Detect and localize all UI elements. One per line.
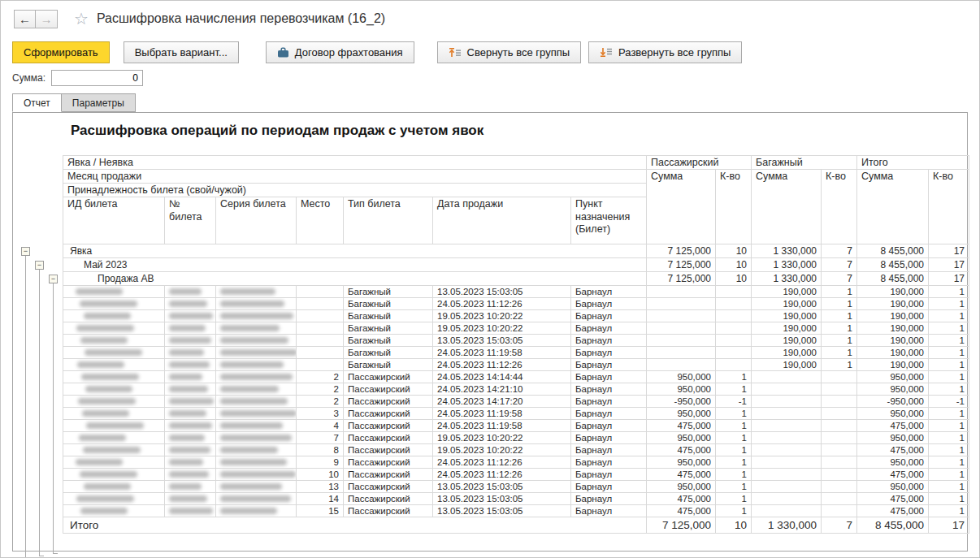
- destination-cell[interactable]: Барнаул: [571, 493, 647, 505]
- cell[interactable]: 1: [929, 371, 969, 383]
- cell[interactable]: 10: [716, 272, 752, 286]
- cell[interactable]: [822, 371, 857, 383]
- ticket-series-cell-redacted[interactable]: [216, 298, 297, 310]
- destination-cell[interactable]: Барнаул: [571, 383, 647, 396]
- cell[interactable]: 7 125,000: [647, 258, 716, 272]
- header-measure-1-0[interactable]: Сумма: [752, 170, 822, 244]
- ticket-type-cell[interactable]: Пассажирский: [344, 396, 433, 408]
- cell[interactable]: 1: [716, 383, 752, 396]
- cell[interactable]: 1: [929, 469, 969, 481]
- cell[interactable]: 475,000: [647, 505, 716, 517]
- ticket-number-cell-redacted[interactable]: [165, 444, 216, 456]
- destination-cell[interactable]: Барнаул: [571, 335, 647, 347]
- sale-date-cell[interactable]: 24.05.2023 14:21:10: [433, 383, 571, 396]
- cell[interactable]: 950,000: [647, 408, 716, 420]
- cell[interactable]: 1: [822, 347, 857, 359]
- cell[interactable]: 190,000: [857, 347, 929, 359]
- ticket-series-cell-redacted[interactable]: [216, 359, 297, 371]
- header-measure-1-1[interactable]: К-во: [822, 170, 857, 244]
- ticket-series-cell-redacted[interactable]: [216, 335, 297, 347]
- column-header-0[interactable]: ИД билета: [63, 197, 165, 244]
- header-measure-group-1[interactable]: Багажный: [752, 156, 857, 170]
- cell[interactable]: [716, 359, 752, 371]
- cell[interactable]: 1: [929, 298, 969, 310]
- cell[interactable]: [647, 286, 716, 298]
- cell[interactable]: 190,000: [857, 298, 929, 310]
- cell[interactable]: [752, 469, 822, 481]
- ticket-series-cell-redacted[interactable]: [216, 444, 297, 456]
- cell[interactable]: 950,000: [857, 481, 929, 493]
- cell[interactable]: 8 455,000: [857, 244, 929, 258]
- sale-date-cell[interactable]: 24.05.2023 14:17:20: [433, 396, 571, 408]
- ticket-type-cell[interactable]: Пассажирский: [344, 493, 433, 505]
- cell[interactable]: [752, 420, 822, 432]
- seat-cell[interactable]: [297, 322, 344, 335]
- cell[interactable]: [752, 481, 822, 493]
- cell[interactable]: [822, 432, 857, 444]
- cell[interactable]: 190,000: [752, 322, 822, 335]
- ticket-series-cell-redacted[interactable]: [216, 286, 297, 298]
- ticket-id-cell-redacted[interactable]: [63, 322, 165, 335]
- header-measure-2-1[interactable]: К-во: [929, 170, 969, 244]
- ticket-type-cell[interactable]: Багажный: [344, 347, 433, 359]
- detail-row[interactable]: Багажный24.05.2023 11:19:58Барнаул190,00…: [63, 347, 969, 359]
- cell[interactable]: [752, 408, 822, 420]
- cell[interactable]: 10: [716, 258, 752, 272]
- cell[interactable]: 1: [929, 456, 969, 469]
- detail-row[interactable]: Багажный19.05.2023 10:20:22Барнаул190,00…: [63, 322, 969, 335]
- cell[interactable]: 190,000: [752, 347, 822, 359]
- ticket-series-cell-redacted[interactable]: [216, 371, 297, 383]
- total-label[interactable]: Итого: [63, 517, 647, 534]
- cell[interactable]: 190,000: [752, 286, 822, 298]
- detail-row[interactable]: 14Пассажирский13.05.2023 15:03:05Барнаул…: [63, 493, 969, 505]
- seat-cell[interactable]: 4: [297, 420, 344, 432]
- detail-row[interactable]: 2Пассажирский24.05.2023 14:21:10Барнаул9…: [63, 383, 969, 396]
- cell[interactable]: [752, 432, 822, 444]
- destination-cell[interactable]: Барнаул: [571, 371, 647, 383]
- cell[interactable]: 475,000: [647, 469, 716, 481]
- seat-cell[interactable]: 9: [297, 456, 344, 469]
- ticket-id-cell-redacted[interactable]: [63, 432, 165, 444]
- ticket-type-cell[interactable]: Пассажирский: [344, 432, 433, 444]
- cell[interactable]: [822, 383, 857, 396]
- sale-date-cell[interactable]: 13.05.2023 15:03:05: [433, 481, 571, 493]
- cell[interactable]: 475,000: [857, 505, 929, 517]
- cell[interactable]: 1: [716, 420, 752, 432]
- ticket-id-cell-redacted[interactable]: [63, 444, 165, 456]
- cell[interactable]: [647, 347, 716, 359]
- cell[interactable]: [752, 383, 822, 396]
- tab-parameters[interactable]: Параметры: [62, 93, 136, 112]
- header-ticket-ownership[interactable]: Принадлежность билета (свой/чужой): [63, 184, 647, 197]
- header-sale-month[interactable]: Месяц продажи: [63, 170, 647, 184]
- detail-row[interactable]: 4Пассажирский24.05.2023 11:19:58Барнаул4…: [63, 420, 969, 432]
- header-measure-group-0[interactable]: Пассажирский: [647, 156, 752, 170]
- cell[interactable]: 950,000: [857, 432, 929, 444]
- ticket-type-cell[interactable]: Пассажирский: [344, 481, 433, 493]
- charter-contract-button[interactable]: Договор фрахтования: [266, 41, 414, 63]
- ticket-series-cell-redacted[interactable]: [216, 493, 297, 505]
- cell[interactable]: 1: [929, 481, 969, 493]
- ticket-number-cell-redacted[interactable]: [165, 420, 216, 432]
- destination-cell[interactable]: Барнаул: [571, 298, 647, 310]
- ticket-type-cell[interactable]: Багажный: [344, 335, 433, 347]
- cell[interactable]: 17: [929, 517, 969, 534]
- cell[interactable]: [752, 371, 822, 383]
- cell[interactable]: 1: [929, 493, 969, 505]
- group-row[interactable]: Май 20237 125,000101 330,00078 455,00017: [63, 258, 969, 272]
- column-header-4[interactable]: Тип билета: [344, 197, 433, 244]
- cell[interactable]: 475,000: [647, 420, 716, 432]
- cell[interactable]: [647, 359, 716, 371]
- collapse-toggle[interactable]: −: [49, 275, 58, 283]
- cell[interactable]: 1: [929, 310, 969, 322]
- cell[interactable]: -1: [929, 396, 969, 408]
- cell[interactable]: 7 125,000: [647, 272, 716, 286]
- ticket-number-cell-redacted[interactable]: [165, 396, 216, 408]
- ticket-series-cell-redacted[interactable]: [216, 396, 297, 408]
- group-label[interactable]: Продажа АВ: [63, 272, 647, 286]
- seat-cell[interactable]: 13: [297, 481, 344, 493]
- cell[interactable]: [822, 408, 857, 420]
- ticket-id-cell-redacted[interactable]: [63, 408, 165, 420]
- cell[interactable]: 1: [716, 469, 752, 481]
- cell[interactable]: 1: [822, 310, 857, 322]
- cell[interactable]: 1: [716, 481, 752, 493]
